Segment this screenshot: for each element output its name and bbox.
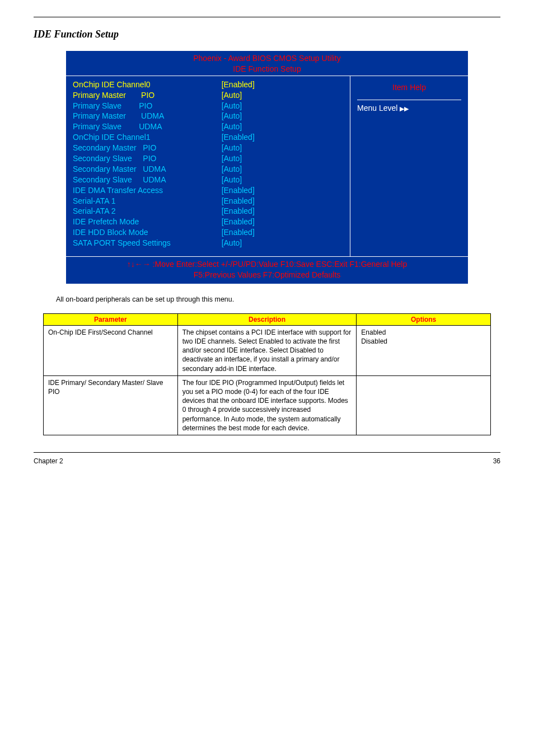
caption-text: All on-board peripherals can be set up t… [56,295,500,303]
bios-setting-value: [Auto] [222,111,343,121]
page-footer: Chapter 2 36 [34,457,500,465]
header-options: Options [357,313,491,325]
footer-right: 36 [493,457,500,465]
bios-setting-label: Primary Master UDMA [73,111,222,121]
bios-setting-label: IDE HDD Block Mode [73,227,222,238]
bios-setting-label: SATA PORT Speed Settings [73,238,222,248]
table-row: IDE Primary/ Secondary Master/ Slave PIO… [44,375,491,435]
parameter-table: Parameter Description Options On-Chip ID… [43,313,491,435]
bios-setting-value: [Auto] [222,153,343,164]
bios-setting-row: Secondary Slave PIO[Auto] [73,153,343,164]
bios-setting-row: SATA PORT Speed Settings[Auto] [73,238,343,248]
bios-setting-label: Secondary Master UDMA [73,164,222,175]
bios-setting-row: Primary Slave UDMA[Auto] [73,121,343,132]
footer-left: Chapter 2 [34,457,63,465]
bios-title-line-1: Phoenix - Award BIOS CMOS Setup Utility [66,53,468,64]
bios-settings-panel: OnChip IDE Channel0[Enabled]Primary Mast… [66,76,350,256]
bios-setting-value: [Auto] [222,175,343,185]
bios-help-panel: Item Help Menu Level ▶▶ [350,76,468,256]
bios-setting-value: [Enabled] [222,217,343,227]
item-help-heading: Item Help [357,79,461,100]
bios-setting-row: IDE DMA Transfer Access[Enabled] [73,185,343,196]
bios-setting-row: Serial-ATA 1[Enabled] [73,196,343,206]
bios-setting-row: Secondary Master UDMA[Auto] [73,164,343,175]
bios-setting-value: [Enabled] [222,185,343,196]
parameter-table-wrapper: Parameter Description Options On-Chip ID… [34,313,500,435]
bios-setting-label: Primary Slave PIO [73,101,222,111]
bios-setting-value: [Enabled] [222,227,343,238]
bios-setting-value: [Auto] [222,238,343,248]
header-parameter: Parameter [44,313,178,325]
bios-setting-label: IDE Prefetch Mode [73,217,222,227]
bios-box: Phoenix - Award BIOS CMOS Setup Utility … [65,50,469,284]
cell-options: Enabled Disabled [357,325,491,375]
cell-options [357,375,491,435]
page-title: IDE Function Setup [34,29,500,40]
cell-description: The four IDE PIO (Programmed Input/Outpu… [177,375,357,435]
bios-setting-value: [Auto] [222,164,343,175]
cell-parameter: On-Chip IDE First/Second Channel [44,325,178,375]
bios-setting-value: [Auto] [222,121,343,132]
bios-setting-label: OnChip IDE Channel0 [73,79,222,90]
bios-setting-value: [Enabled] [222,196,343,206]
bios-setting-value: [Enabled] [222,79,343,90]
bios-setting-row: Secondary Slave UDMA[Auto] [73,175,343,185]
bios-setting-row: OnChip IDE Channel1[Enabled] [73,132,343,143]
bios-setting-value: [Auto] [222,143,343,153]
bios-body: OnChip IDE Channel0[Enabled]Primary Mast… [66,76,468,256]
bios-setting-label: OnChip IDE Channel1 [73,132,222,143]
bios-title-line-2: IDE Function Setup [66,64,468,74]
bios-setting-label: Serial-ATA 2 [73,206,222,217]
bios-setting-row: IDE HDD Block Mode[Enabled] [73,227,343,238]
bios-container: Phoenix - Award BIOS CMOS Setup Utility … [34,50,500,284]
bios-setting-value: [Auto] [222,101,343,111]
bios-setting-label: Secondary Slave UDMA [73,175,222,185]
bios-setting-row: Primary Master UDMA[Auto] [73,111,343,121]
bios-setting-label: Secondary Slave PIO [73,153,222,164]
bios-setting-label: Secondary Master PIO [73,143,222,153]
bottom-rule [34,452,500,453]
bios-setting-label: Primary Slave UDMA [73,121,222,132]
bios-setting-label: IDE DMA Transfer Access [73,185,222,196]
bios-footer-line-1: ↑↓←→ :Move Enter:Select +/-/PU/PD:Value … [69,259,465,270]
bios-setting-value: [Enabled] [222,206,343,217]
menu-level-indicator-icon: ▶▶ [400,105,409,112]
bios-header: Phoenix - Award BIOS CMOS Setup Utility … [66,51,468,76]
bios-setting-row: Secondary Master PIO[Auto] [73,143,343,153]
header-description: Description [177,313,357,325]
bios-footer: ↑↓←→ :Move Enter:Select +/-/PU/PD:Value … [66,256,468,284]
menu-level-label: Menu Level ▶▶ [357,100,461,112]
top-rule [34,17,500,17]
bios-setting-label: Serial-ATA 1 [73,196,222,206]
bios-setting-value: [Auto] [222,90,343,101]
bios-setting-row: IDE Prefetch Mode[Enabled] [73,217,343,227]
bios-setting-row: Primary Master PIO[Auto] [73,90,343,101]
menu-level-text: Menu Level [357,104,397,112]
bios-setting-value: [Enabled] [222,132,343,143]
bios-footer-line-2: F5:Previous Values F7:Optimized Defaults [69,270,465,280]
bios-setting-row: Primary Slave PIO[Auto] [73,101,343,111]
bios-setting-row: OnChip IDE Channel0[Enabled] [73,79,343,90]
table-row: On-Chip IDE First/Second ChannelThe chip… [44,325,491,375]
cell-description: The chipset contains a PCI IDE interface… [177,325,357,375]
cell-parameter: IDE Primary/ Secondary Master/ Slave PIO [44,375,178,435]
bios-setting-label: Primary Master PIO [73,90,222,101]
bios-setting-row: Serial-ATA 2[Enabled] [73,206,343,217]
